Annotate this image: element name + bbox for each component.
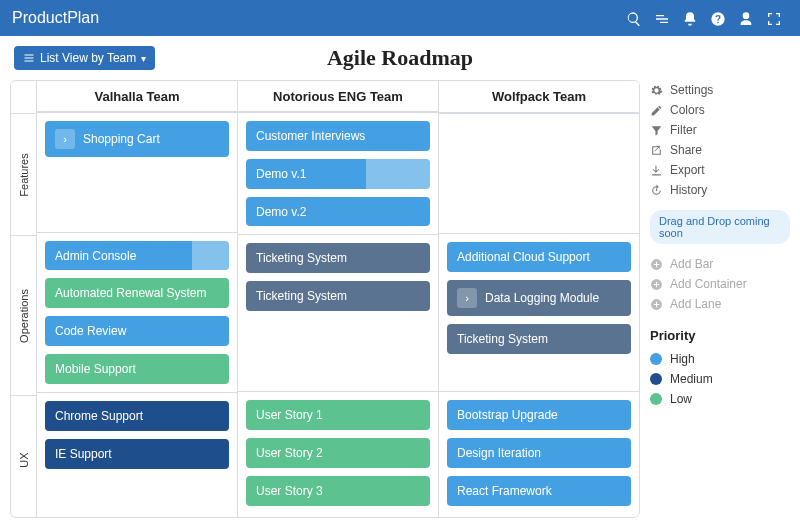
history-icon [650,184,663,197]
chevron-right-icon[interactable]: › [457,288,477,308]
bar-design-iteration[interactable]: Design Iteration [447,438,631,468]
plus-circle-icon [650,278,663,291]
legend-label: Low [670,392,692,406]
side-add-lane: Add Lane [650,294,790,314]
side-item-label: Filter [670,123,697,137]
bar-label: Ticketing System [256,289,347,303]
column-header[interactable]: Wolfpack Team [439,81,639,113]
lane-cell: Chrome Support IE Support [37,392,237,517]
side-item-label: Add Bar [670,257,713,271]
lane-cell: User Story 1 User Story 2 User Story 3 [238,391,438,517]
bar-label: User Story 1 [256,408,323,422]
help-icon[interactable] [704,9,732,27]
top-bar: ProductPlan [0,0,800,36]
side-colors[interactable]: Colors [650,100,790,120]
column-notorious: Notorious ENG Team Customer Interviews D… [238,81,439,517]
search-icon[interactable] [620,9,648,27]
legend-label: High [670,352,695,366]
fullscreen-icon[interactable] [760,9,788,27]
lane-cell: Bootstrap Upgrade Design Iteration React… [439,391,639,517]
bar-mobile-support[interactable]: Mobile Support [45,354,229,384]
bar-label: Shopping Cart [83,132,160,146]
bar-ticketing-3[interactable]: Ticketing System [447,324,631,354]
bar-ie-support[interactable]: IE Support [45,439,229,469]
side-share[interactable]: Share [650,140,790,160]
user-icon[interactable] [732,9,760,27]
side-filter[interactable]: Filter [650,120,790,140]
plus-circle-icon [650,258,663,271]
sliders-icon[interactable] [648,9,676,27]
lane-label-features: Features [11,113,37,235]
lane-label-operations: Operations [11,235,37,395]
bar-label: Ticketing System [256,251,347,265]
bar-label: Data Logging Module [485,291,599,305]
bar-react-framework[interactable]: React Framework [447,476,631,506]
bell-icon[interactable] [676,9,704,27]
view-selector-label: List View by Team [40,51,136,65]
view-selector[interactable]: List View by Team ▾ [14,46,155,70]
bar-label: IE Support [55,447,112,461]
bar-label: Chrome Support [55,409,143,423]
lane-cell: Admin Console Automated Renewal System C… [37,232,237,392]
bar-ticketing-1[interactable]: Ticketing System [246,243,430,273]
bar-label: Ticketing System [457,332,548,346]
bar-bootstrap-upgrade[interactable]: Bootstrap Upgrade [447,400,631,430]
bar-label: Automated Renewal System [55,286,206,300]
bar-additional-cloud[interactable]: Additional Cloud Support [447,242,631,272]
side-add-container: Add Container [650,274,790,294]
bar-user-story-1[interactable]: User Story 1 [246,400,430,430]
bar-label: Demo v.2 [256,205,306,219]
bar-label: Customer Interviews [256,129,365,143]
side-item-label: Add Container [670,277,747,291]
bar-code-review[interactable]: Code Review [45,316,229,346]
bar-label: User Story 2 [256,446,323,460]
bar-label: Mobile Support [55,362,136,376]
side-item-label: Share [670,143,702,157]
filter-icon [650,124,663,137]
side-item-label: Colors [670,103,705,117]
chevron-down-icon: ▾ [141,53,146,64]
bar-automated-renewal[interactable]: Automated Renewal System [45,278,229,308]
bar-ticketing-2[interactable]: Ticketing System [246,281,430,311]
bar-label: Code Review [55,324,126,338]
plus-circle-icon [650,298,663,311]
lane-cell: Additional Cloud Support ›Data Logging M… [439,233,639,391]
bar-admin-console[interactable]: Admin Console [45,241,229,271]
side-history[interactable]: History [650,180,790,200]
legend-title: Priority [650,328,790,343]
bar-label: Additional Cloud Support [457,250,590,264]
legend-low: Low [650,389,790,409]
side-settings[interactable]: Settings [650,80,790,100]
bar-label: React Framework [457,484,552,498]
progress-overlay [192,241,229,271]
bar-demo-v1[interactable]: Demo v.1 [246,159,430,189]
lane-cell: ›Shopping Cart [37,112,237,231]
lane-label-ux: UX [11,395,37,518]
column-header[interactable]: Valhalla Team [37,81,237,112]
chevron-right-icon[interactable]: › [55,129,75,149]
lane-cell: Ticketing System Ticketing System [238,234,438,391]
bar-label: User Story 3 [256,484,323,498]
lane-cell: Customer Interviews Demo v.1 Demo v.2 [238,112,438,234]
bar-label: Admin Console [55,249,136,263]
bar-label: Design Iteration [457,446,541,460]
bar-demo-v2[interactable]: Demo v.2 [246,197,430,227]
gear-icon [650,84,663,97]
bar-user-story-3[interactable]: User Story 3 [246,476,430,506]
bar-chrome-support[interactable]: Chrome Support [45,401,229,431]
side-item-label: Settings [670,83,713,97]
roadmap-board: Features Operations UX Valhalla Team ›Sh… [10,80,640,518]
download-icon [650,164,663,177]
title-row: List View by Team ▾ Agile Roadmap [0,36,800,80]
column-header[interactable]: Notorious ENG Team [238,81,438,112]
bar-customer-interviews[interactable]: Customer Interviews [246,121,430,151]
side-export[interactable]: Export [650,160,790,180]
bar-shopping-cart[interactable]: ›Shopping Cart [45,121,229,157]
legend-dot [650,353,662,365]
side-item-label: Export [670,163,705,177]
side-add-bar: Add Bar [650,254,790,274]
bar-data-logging[interactable]: ›Data Logging Module [447,280,631,316]
column-valhalla: Valhalla Team ›Shopping Cart Admin Conso… [37,81,238,517]
side-item-label: History [670,183,707,197]
bar-user-story-2[interactable]: User Story 2 [246,438,430,468]
